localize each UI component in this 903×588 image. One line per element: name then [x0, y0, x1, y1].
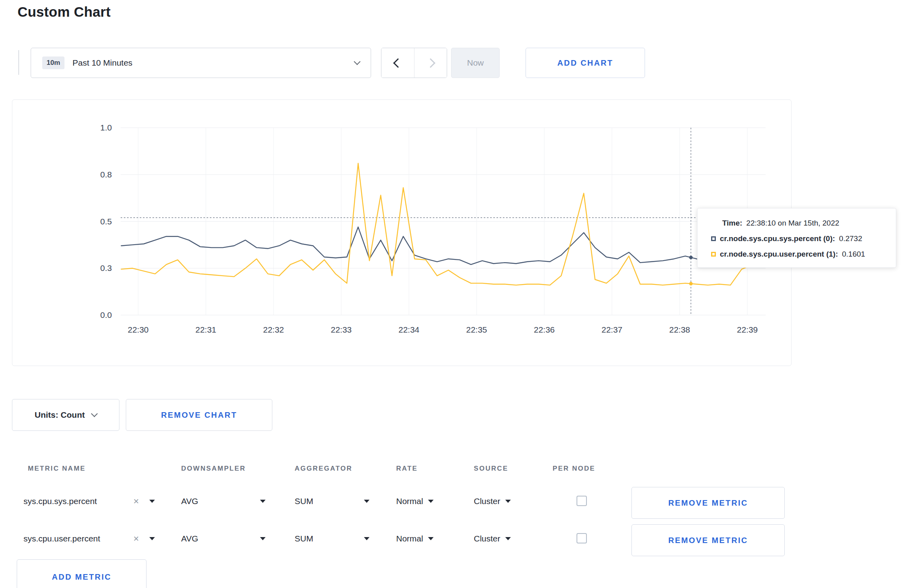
tooltip-series-value: 0.2732 — [839, 234, 862, 243]
caret-down-icon — [428, 537, 434, 540]
rate-value: Normal — [396, 496, 423, 506]
clear-metric-icon[interactable]: × — [133, 534, 139, 543]
now-button[interactable]: Now — [451, 48, 500, 78]
col-header-downsampler: DOWNSAMPLER — [181, 465, 246, 473]
downsampler-select[interactable]: AVG — [181, 496, 266, 506]
chevron-right-icon — [426, 58, 435, 68]
remove-metric-button[interactable]: REMOVE METRIC — [631, 524, 785, 556]
series-swatch-icon — [711, 252, 716, 257]
svg-text:22:37: 22:37 — [602, 325, 623, 334]
remove-metric-button[interactable]: REMOVE METRIC — [631, 487, 785, 519]
time-nav-group — [381, 48, 447, 78]
chevron-down-icon — [91, 411, 98, 417]
rate-select[interactable]: Normal — [396, 534, 434, 543]
page-title: Custom Chart — [18, 4, 111, 20]
svg-text:22:39: 22:39 — [737, 325, 758, 334]
chart-tooltip: Time: 22:38:10 on Mar 15th, 2022 cr.node… — [697, 208, 896, 268]
clear-metric-icon[interactable]: × — [133, 496, 139, 506]
caret-down-icon — [428, 500, 434, 503]
caret-down-icon — [364, 537, 369, 540]
caret-down-icon — [260, 537, 266, 540]
source-value: Cluster — [474, 496, 500, 506]
svg-text:22:36: 22:36 — [534, 325, 555, 334]
col-header-metric-name: METRIC NAME — [28, 465, 86, 473]
svg-text:1.0: 1.0 — [100, 123, 112, 132]
svg-text:22:38: 22:38 — [669, 325, 690, 334]
tooltip-series-row: cr.node.sys.cpu.sys.percent (0): 0.2732 — [711, 234, 885, 243]
chevron-down-icon — [354, 58, 361, 65]
aggregator-select[interactable]: SUM — [295, 534, 369, 543]
next-time-button[interactable] — [414, 48, 447, 78]
per-node-checkbox[interactable] — [577, 496, 587, 506]
downsampler-select[interactable]: AVG — [181, 534, 266, 543]
caret-down-icon — [149, 500, 155, 503]
source-value: Cluster — [474, 534, 500, 543]
series-swatch-icon — [711, 236, 716, 241]
metrics-chart-svg[interactable]: 0.00.30.50.81.022:3022:3122:3222:3322:34… — [12, 100, 792, 366]
downsampler-value: AVG — [181, 496, 198, 506]
per-node-checkbox[interactable] — [577, 533, 587, 543]
svg-text:0.3: 0.3 — [100, 263, 112, 273]
toolbar-left-divider — [18, 50, 19, 75]
svg-text:22:30: 22:30 — [128, 325, 149, 334]
svg-text:0.5: 0.5 — [100, 217, 112, 226]
remove-chart-button[interactable]: REMOVE CHART — [126, 399, 272, 431]
tooltip-time-row: Time: 22:38:10 on Mar 15th, 2022 — [722, 219, 885, 228]
aggregator-value: SUM — [295, 496, 313, 506]
metric-name-select[interactable]: sys.cpu.user.percent × — [23, 534, 155, 543]
metric-name-value: sys.cpu.user.percent — [23, 534, 100, 543]
caret-down-icon — [260, 500, 266, 503]
time-range-select[interactable]: 10m Past 10 Minutes — [31, 48, 371, 78]
col-header-source: SOURCE — [474, 465, 508, 473]
svg-text:0.0: 0.0 — [100, 310, 112, 319]
time-range-badge: 10m — [42, 56, 64, 69]
svg-text:22:31: 22:31 — [195, 325, 217, 334]
caret-down-icon — [149, 537, 155, 540]
aggregator-select[interactable]: SUM — [295, 496, 369, 506]
metric-name-value: sys.cpu.sys.percent — [23, 496, 97, 506]
svg-text:22:32: 22:32 — [263, 325, 284, 334]
svg-text:22:35: 22:35 — [466, 325, 487, 334]
add-chart-button[interactable]: ADD CHART — [526, 48, 645, 78]
prev-time-button[interactable] — [381, 48, 414, 78]
caret-down-icon — [505, 500, 511, 503]
units-label: Units: Count — [35, 410, 85, 420]
tooltip-series-row: cr.node.sys.cpu.user.percent (1): 0.1601 — [711, 250, 885, 259]
downsampler-value: AVG — [181, 534, 198, 543]
source-select[interactable]: Cluster — [474, 496, 511, 506]
units-select[interactable]: Units: Count — [12, 399, 119, 431]
tooltip-series-label: cr.node.sys.cpu.sys.percent (0): — [720, 234, 835, 243]
caret-down-icon — [505, 537, 511, 540]
tooltip-time-value: 22:38:10 on Mar 15th, 2022 — [746, 219, 839, 228]
rate-value: Normal — [396, 534, 423, 543]
rate-select[interactable]: Normal — [396, 496, 434, 506]
aggregator-value: SUM — [295, 534, 313, 543]
svg-text:22:33: 22:33 — [331, 325, 352, 334]
caret-down-icon — [364, 500, 369, 503]
add-metric-button[interactable]: ADD METRIC — [17, 559, 147, 588]
tooltip-time-label: Time: — [722, 219, 742, 228]
col-header-aggregator: AGGREGATOR — [295, 465, 352, 473]
tooltip-series-value: 0.1601 — [842, 250, 865, 259]
source-select[interactable]: Cluster — [474, 534, 511, 543]
col-header-per-node: PER NODE — [553, 465, 595, 473]
time-range-label: Past 10 Minutes — [72, 58, 133, 68]
svg-text:0.8: 0.8 — [100, 170, 112, 179]
chevron-left-icon — [393, 58, 403, 68]
chart-card: 0.00.30.50.81.022:3022:3122:3222:3322:34… — [12, 99, 792, 366]
tooltip-series-label: cr.node.sys.cpu.user.percent (1): — [720, 250, 838, 259]
svg-text:22:34: 22:34 — [399, 325, 420, 334]
metric-name-select[interactable]: sys.cpu.sys.percent × — [23, 496, 155, 506]
col-header-rate: RATE — [396, 465, 418, 473]
